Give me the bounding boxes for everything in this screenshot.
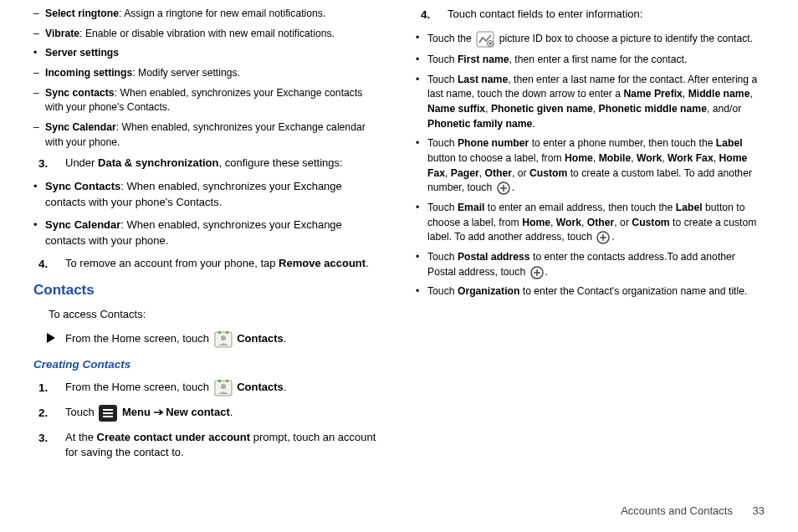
contacts-icon — [214, 380, 233, 396]
label: Select ringtone — [45, 8, 119, 19]
text: . — [532, 118, 535, 130]
label: Contacts — [237, 381, 284, 393]
text: , or — [614, 217, 632, 228]
dash-list: Select ringtone: Assign a ringtone for n… — [33, 7, 382, 41]
step-2: Touch Menu ➔ New contact. — [33, 405, 382, 422]
text: From the Home screen, touch — [65, 332, 212, 345]
text: Touch — [427, 54, 458, 65]
list-item: Touch Email to enter an email address, t… — [416, 201, 765, 245]
label: Organization — [458, 285, 519, 297]
label: Label — [676, 202, 703, 213]
picture-id-icon — [476, 31, 494, 48]
label: First name — [458, 54, 509, 65]
text: At the — [65, 431, 97, 443]
text: Touch — [427, 202, 458, 213]
numbered-list: From the Home screen, touch Contacts. To… — [33, 380, 382, 462]
step-3: Under Data & synchronization, configure … — [33, 156, 382, 171]
text: , — [749, 88, 752, 100]
text: Touch contact fields to enter informatio… — [448, 8, 642, 20]
text: , — [550, 217, 556, 228]
plus-icon — [530, 266, 544, 279]
numbered-list: Under Data & synchronization, configure … — [33, 156, 382, 171]
label: Data & synchronization — [98, 156, 218, 169]
text: , — [445, 167, 451, 179]
label: Vibrate — [45, 28, 79, 39]
label: Server settings — [45, 47, 119, 59]
label: Incoming settings — [45, 67, 132, 79]
list-item: Incoming settings: Modify server setting… — [33, 66, 382, 81]
label: Middle name — [688, 88, 750, 100]
text: Touch the — [427, 33, 474, 44]
arrow-step: From the Home screen, touch Contacts. — [33, 331, 382, 348]
arrow-right-icon: ➔ — [152, 405, 163, 421]
list-item: Server settings — [33, 46, 382, 61]
text: , then enter a first name for the contac… — [509, 54, 688, 65]
text: , — [662, 152, 668, 164]
label: Sync Calendar — [45, 218, 120, 231]
label: Phonetic family name — [427, 118, 532, 130]
text: Touch — [427, 285, 458, 297]
text: . — [230, 406, 233, 418]
text: From the Home screen, touch — [65, 381, 212, 393]
page-body: Select ringtone: Assign a ringtone for n… — [0, 0, 798, 485]
label: Postal address — [458, 251, 530, 263]
list-item: Touch Phone number to enter a phone numb… — [416, 136, 765, 196]
label: Email — [458, 202, 485, 213]
step-4r: Touch contact fields to enter informatio… — [416, 7, 765, 23]
label: Sync Calendar — [45, 121, 116, 133]
text: : Assign a ringtone for new email notifi… — [119, 8, 325, 19]
svg-marker-0 — [47, 333, 55, 343]
label: Work — [556, 217, 581, 228]
text: , and/or — [707, 103, 741, 115]
label: Custom — [632, 217, 669, 228]
label: Contacts — [237, 332, 284, 345]
label: Name suffix — [427, 103, 485, 115]
label: Home — [522, 217, 550, 228]
contacts-icon — [214, 331, 233, 348]
text: to enter a phone number, then touch the — [529, 137, 716, 149]
label: Label — [716, 137, 743, 149]
list-item: Select ringtone: Assign a ringtone for n… — [33, 7, 382, 22]
text: Touch — [427, 137, 458, 149]
triangle-icon — [47, 333, 55, 343]
contacts-lead: To access Contacts: — [49, 307, 382, 323]
svg-point-4 — [221, 335, 226, 340]
list-item: Touch Organization to enter the Contact'… — [416, 284, 765, 299]
text: , — [683, 88, 688, 100]
label: Sync contacts — [45, 87, 115, 99]
label: Name Prefix — [623, 88, 682, 100]
page-footer: Accounts and Contacts 33 — [621, 504, 765, 517]
dash-list: Incoming settings: Modify server setting… — [33, 66, 382, 150]
label: Other — [587, 217, 615, 228]
text: , configure these settings: — [219, 156, 343, 169]
svg-rect-2 — [218, 331, 221, 334]
text: . — [512, 182, 514, 193]
label: Pager — [451, 167, 479, 179]
label: Custom — [529, 167, 567, 179]
text: , or — [512, 167, 529, 179]
menu-icon — [99, 405, 117, 422]
text: picture ID box to choose a picture to id… — [499, 33, 754, 44]
label: New contact — [166, 406, 230, 418]
label: Mobile — [599, 152, 632, 164]
text: Touch — [427, 74, 458, 85]
text: Touch — [427, 251, 458, 263]
svg-rect-7 — [226, 380, 228, 382]
label: Phonetic given name — [491, 103, 593, 115]
text: : Modify server settings. — [132, 67, 240, 79]
text: , — [581, 217, 587, 228]
text: . — [284, 381, 287, 393]
svg-point-8 — [221, 384, 226, 389]
label: Last name — [458, 74, 508, 85]
text: To remove an account from your phone, ta… — [65, 257, 279, 269]
list-item: Touch First name, then enter a first nam… — [416, 53, 765, 68]
bullet-list: Server settings — [33, 46, 382, 61]
label: Create contact under account — [97, 431, 251, 443]
text: , — [631, 152, 637, 164]
text: , — [593, 152, 599, 164]
text: . — [611, 231, 614, 243]
step-3b: At the Create contact under account prom… — [33, 430, 382, 462]
text: . — [366, 257, 369, 269]
plus-icon — [497, 182, 510, 195]
right-column: Touch contact fields to enter informatio… — [416, 7, 765, 485]
